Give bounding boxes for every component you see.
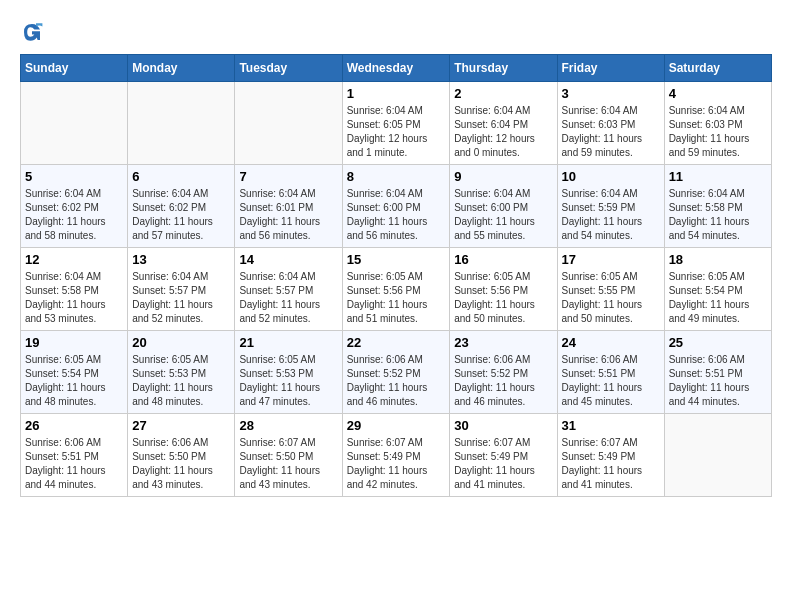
weekday-header-saturday: Saturday [664,55,771,82]
day-number: 18 [669,252,767,267]
day-number: 29 [347,418,446,433]
calendar-week-row: 5Sunrise: 6:04 AM Sunset: 6:02 PM Daylig… [21,165,772,248]
day-info: Sunrise: 6:05 AM Sunset: 5:55 PM Dayligh… [562,270,660,326]
weekday-header-tuesday: Tuesday [235,55,342,82]
day-info: Sunrise: 6:06 AM Sunset: 5:51 PM Dayligh… [669,353,767,409]
day-info: Sunrise: 6:04 AM Sunset: 6:03 PM Dayligh… [562,104,660,160]
day-info: Sunrise: 6:04 AM Sunset: 6:04 PM Dayligh… [454,104,552,160]
day-info: Sunrise: 6:06 AM Sunset: 5:52 PM Dayligh… [347,353,446,409]
day-info: Sunrise: 6:05 AM Sunset: 5:53 PM Dayligh… [239,353,337,409]
calendar-cell: 20Sunrise: 6:05 AM Sunset: 5:53 PM Dayli… [128,331,235,414]
calendar-cell: 24Sunrise: 6:06 AM Sunset: 5:51 PM Dayli… [557,331,664,414]
day-number: 28 [239,418,337,433]
calendar-cell: 8Sunrise: 6:04 AM Sunset: 6:00 PM Daylig… [342,165,450,248]
day-number: 30 [454,418,552,433]
calendar-cell: 13Sunrise: 6:04 AM Sunset: 5:57 PM Dayli… [128,248,235,331]
calendar-cell: 5Sunrise: 6:04 AM Sunset: 6:02 PM Daylig… [21,165,128,248]
weekday-header-sunday: Sunday [21,55,128,82]
day-number: 27 [132,418,230,433]
day-number: 7 [239,169,337,184]
day-info: Sunrise: 6:05 AM Sunset: 5:54 PM Dayligh… [669,270,767,326]
calendar-cell: 9Sunrise: 6:04 AM Sunset: 6:00 PM Daylig… [450,165,557,248]
calendar-cell [21,82,128,165]
calendar-cell: 29Sunrise: 6:07 AM Sunset: 5:49 PM Dayli… [342,414,450,497]
day-info: Sunrise: 6:06 AM Sunset: 5:50 PM Dayligh… [132,436,230,492]
day-info: Sunrise: 6:04 AM Sunset: 6:00 PM Dayligh… [454,187,552,243]
day-info: Sunrise: 6:04 AM Sunset: 6:02 PM Dayligh… [25,187,123,243]
weekday-header-wednesday: Wednesday [342,55,450,82]
calendar-cell: 10Sunrise: 6:04 AM Sunset: 5:59 PM Dayli… [557,165,664,248]
calendar-header-row: SundayMondayTuesdayWednesdayThursdayFrid… [21,55,772,82]
calendar-cell: 22Sunrise: 6:06 AM Sunset: 5:52 PM Dayli… [342,331,450,414]
calendar-cell: 7Sunrise: 6:04 AM Sunset: 6:01 PM Daylig… [235,165,342,248]
calendar-cell [235,82,342,165]
day-number: 20 [132,335,230,350]
calendar-cell [664,414,771,497]
calendar-cell: 27Sunrise: 6:06 AM Sunset: 5:50 PM Dayli… [128,414,235,497]
day-info: Sunrise: 6:07 AM Sunset: 5:50 PM Dayligh… [239,436,337,492]
logo-icon [20,20,44,44]
day-info: Sunrise: 6:04 AM Sunset: 5:59 PM Dayligh… [562,187,660,243]
calendar-cell: 28Sunrise: 6:07 AM Sunset: 5:50 PM Dayli… [235,414,342,497]
calendar-cell: 2Sunrise: 6:04 AM Sunset: 6:04 PM Daylig… [450,82,557,165]
day-info: Sunrise: 6:05 AM Sunset: 5:56 PM Dayligh… [347,270,446,326]
day-info: Sunrise: 6:04 AM Sunset: 6:03 PM Dayligh… [669,104,767,160]
day-number: 21 [239,335,337,350]
calendar-cell: 18Sunrise: 6:05 AM Sunset: 5:54 PM Dayli… [664,248,771,331]
day-number: 13 [132,252,230,267]
day-number: 23 [454,335,552,350]
calendar-cell: 30Sunrise: 6:07 AM Sunset: 5:49 PM Dayli… [450,414,557,497]
calendar-cell: 31Sunrise: 6:07 AM Sunset: 5:49 PM Dayli… [557,414,664,497]
day-info: Sunrise: 6:04 AM Sunset: 6:00 PM Dayligh… [347,187,446,243]
day-number: 19 [25,335,123,350]
day-number: 6 [132,169,230,184]
day-number: 31 [562,418,660,433]
calendar-table: SundayMondayTuesdayWednesdayThursdayFrid… [20,54,772,497]
day-number: 10 [562,169,660,184]
day-info: Sunrise: 6:04 AM Sunset: 5:57 PM Dayligh… [132,270,230,326]
day-number: 9 [454,169,552,184]
day-info: Sunrise: 6:04 AM Sunset: 5:58 PM Dayligh… [25,270,123,326]
calendar-week-row: 26Sunrise: 6:06 AM Sunset: 5:51 PM Dayli… [21,414,772,497]
day-number: 8 [347,169,446,184]
day-number: 1 [347,86,446,101]
day-number: 24 [562,335,660,350]
calendar-cell: 26Sunrise: 6:06 AM Sunset: 5:51 PM Dayli… [21,414,128,497]
day-info: Sunrise: 6:04 AM Sunset: 6:02 PM Dayligh… [132,187,230,243]
day-number: 15 [347,252,446,267]
calendar-cell: 15Sunrise: 6:05 AM Sunset: 5:56 PM Dayli… [342,248,450,331]
day-number: 22 [347,335,446,350]
calendar-cell: 25Sunrise: 6:06 AM Sunset: 5:51 PM Dayli… [664,331,771,414]
calendar-cell: 23Sunrise: 6:06 AM Sunset: 5:52 PM Dayli… [450,331,557,414]
day-number: 25 [669,335,767,350]
day-info: Sunrise: 6:07 AM Sunset: 5:49 PM Dayligh… [454,436,552,492]
calendar-cell: 6Sunrise: 6:04 AM Sunset: 6:02 PM Daylig… [128,165,235,248]
day-number: 3 [562,86,660,101]
day-info: Sunrise: 6:06 AM Sunset: 5:52 PM Dayligh… [454,353,552,409]
calendar-cell: 19Sunrise: 6:05 AM Sunset: 5:54 PM Dayli… [21,331,128,414]
day-number: 5 [25,169,123,184]
calendar-cell [128,82,235,165]
calendar-cell: 11Sunrise: 6:04 AM Sunset: 5:58 PM Dayli… [664,165,771,248]
calendar-cell: 14Sunrise: 6:04 AM Sunset: 5:57 PM Dayli… [235,248,342,331]
day-number: 12 [25,252,123,267]
day-info: Sunrise: 6:04 AM Sunset: 6:05 PM Dayligh… [347,104,446,160]
day-info: Sunrise: 6:05 AM Sunset: 5:56 PM Dayligh… [454,270,552,326]
calendar-cell: 3Sunrise: 6:04 AM Sunset: 6:03 PM Daylig… [557,82,664,165]
day-number: 26 [25,418,123,433]
calendar-week-row: 19Sunrise: 6:05 AM Sunset: 5:54 PM Dayli… [21,331,772,414]
day-number: 2 [454,86,552,101]
day-info: Sunrise: 6:04 AM Sunset: 5:58 PM Dayligh… [669,187,767,243]
calendar-cell: 4Sunrise: 6:04 AM Sunset: 6:03 PM Daylig… [664,82,771,165]
day-info: Sunrise: 6:06 AM Sunset: 5:51 PM Dayligh… [25,436,123,492]
weekday-header-monday: Monday [128,55,235,82]
calendar-cell: 16Sunrise: 6:05 AM Sunset: 5:56 PM Dayli… [450,248,557,331]
logo [20,20,46,44]
calendar-week-row: 12Sunrise: 6:04 AM Sunset: 5:58 PM Dayli… [21,248,772,331]
weekday-header-thursday: Thursday [450,55,557,82]
day-number: 4 [669,86,767,101]
day-info: Sunrise: 6:07 AM Sunset: 5:49 PM Dayligh… [562,436,660,492]
calendar-week-row: 1Sunrise: 6:04 AM Sunset: 6:05 PM Daylig… [21,82,772,165]
day-number: 14 [239,252,337,267]
day-number: 17 [562,252,660,267]
